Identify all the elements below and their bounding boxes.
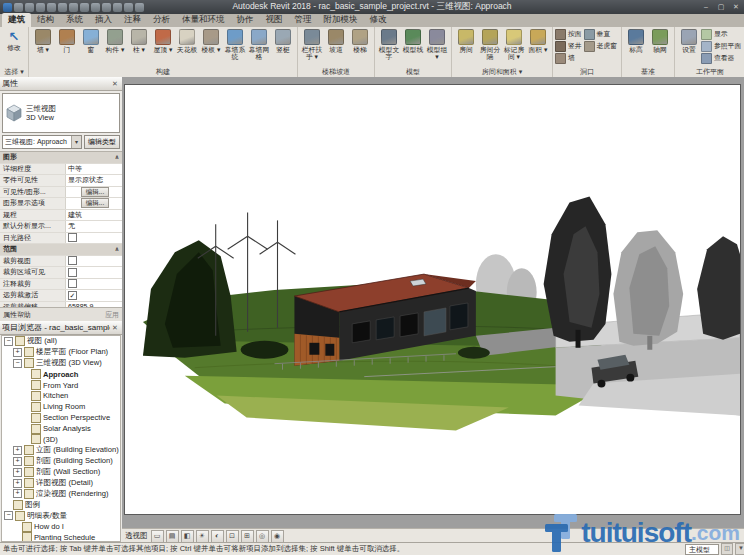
browser-item[interactable]: +详图视图 (Detail) bbox=[2, 478, 120, 489]
tab-massing-site[interactable]: 体量和环境 bbox=[176, 13, 231, 27]
tool-tag-room[interactable]: 标记房间 ▾ bbox=[502, 28, 526, 60]
property-value[interactable]: 编辑... bbox=[66, 198, 122, 209]
tool-show-workplane[interactable]: 显示 bbox=[701, 28, 741, 40]
property-value[interactable] bbox=[66, 256, 122, 267]
property-value[interactable] bbox=[66, 267, 122, 278]
property-section-header[interactable]: 范围∧ bbox=[0, 244, 122, 256]
undo-icon[interactable] bbox=[47, 3, 56, 12]
tool-component[interactable]: 构件 ▾ bbox=[103, 28, 127, 53]
property-value[interactable]: 建筑 bbox=[66, 210, 122, 221]
browser-item[interactable]: Planting Schedule bbox=[2, 532, 120, 542]
tool-room[interactable]: 房间 bbox=[454, 28, 478, 53]
app-menu-icon[interactable] bbox=[3, 3, 12, 12]
tab-view[interactable]: 视图 bbox=[260, 13, 289, 27]
property-value[interactable]: 显示原状态 bbox=[66, 175, 122, 186]
tool-curtain-grid[interactable]: 幕墙网格 bbox=[247, 28, 271, 60]
browser-item[interactable]: Solar Analysis bbox=[2, 423, 120, 434]
shadows-icon[interactable]: ◐ bbox=[211, 530, 224, 543]
tool-window[interactable]: 窗 bbox=[79, 28, 103, 53]
browser-item[interactable]: +楼层平面 (Floor Plan) bbox=[2, 347, 120, 358]
value-checkbox[interactable] bbox=[68, 233, 77, 242]
project-browser-close-icon[interactable]: ✕ bbox=[110, 324, 120, 332]
collapse-icon[interactable]: ∧ bbox=[112, 152, 122, 163]
tab-collaborate[interactable]: 协作 bbox=[231, 13, 260, 27]
tool-shaft-opening[interactable]: 竖井 bbox=[555, 40, 582, 52]
tool-grid[interactable]: 轴网 bbox=[648, 28, 672, 53]
apply-button[interactable]: 应用 bbox=[105, 310, 119, 320]
tree-expander-icon[interactable]: + bbox=[13, 457, 22, 466]
edit-value-button[interactable]: 编辑... bbox=[81, 198, 109, 208]
tool-roof[interactable]: 屋顶 ▾ bbox=[151, 28, 175, 53]
tree-expander-icon[interactable]: − bbox=[13, 359, 22, 368]
tree-expander-icon[interactable]: − bbox=[4, 337, 13, 346]
property-value[interactable] bbox=[66, 233, 122, 244]
tool-modify-cursor[interactable]: ↖修改 bbox=[2, 28, 26, 51]
property-value[interactable] bbox=[66, 279, 122, 290]
3d-view-icon[interactable] bbox=[113, 3, 122, 12]
tab-architecture[interactable]: 建筑 bbox=[2, 13, 31, 27]
tool-curtain-system[interactable]: 幕墙系统 bbox=[223, 28, 247, 60]
tab-addins[interactable]: 附加模块 bbox=[318, 13, 364, 27]
text-icon[interactable] bbox=[102, 3, 111, 12]
visual-style-icon[interactable]: ◧ bbox=[181, 530, 194, 543]
tool-railing[interactable]: 栏杆扶手 ▾ bbox=[300, 28, 324, 60]
tree-expander-icon[interactable]: − bbox=[4, 511, 13, 520]
property-value[interactable]: 无 bbox=[66, 221, 122, 232]
tool-model-line[interactable]: 模型线 bbox=[401, 28, 425, 53]
browser-item[interactable]: Approach bbox=[2, 369, 120, 380]
maximize-icon[interactable]: ▢ bbox=[715, 1, 727, 12]
tool-ceiling[interactable]: 天花板 bbox=[175, 28, 199, 53]
project-browser-header[interactable]: 项目浏览器 - rac_basic_sample_proj... ✕ bbox=[0, 321, 122, 335]
edit-type-button[interactable]: 编辑类型 bbox=[84, 135, 120, 149]
temporary-hide-icon[interactable]: ◎ bbox=[256, 530, 269, 543]
browser-item[interactable]: +剖面 (Wall Section) bbox=[2, 467, 120, 478]
tab-manage[interactable]: 管理 bbox=[289, 13, 318, 27]
value-checkbox[interactable] bbox=[68, 279, 77, 288]
tree-expander-icon[interactable]: + bbox=[13, 489, 22, 498]
browser-item[interactable]: Living Room bbox=[2, 401, 120, 412]
sun-path-icon[interactable]: ☀ bbox=[196, 530, 209, 543]
scale-icon[interactable]: ▭ bbox=[151, 530, 164, 543]
browser-item[interactable]: +剖面 (Building Section) bbox=[2, 456, 120, 467]
tool-level[interactable]: 标高 bbox=[624, 28, 648, 53]
properties-header[interactable]: 属性 ✕ bbox=[0, 77, 122, 91]
tool-wall-opening[interactable]: 墙 bbox=[555, 52, 582, 64]
tool-room-separator[interactable]: 房间分隔 bbox=[478, 28, 502, 60]
sync-icon[interactable] bbox=[36, 3, 45, 12]
tool-area[interactable]: 面积 ▾ bbox=[526, 28, 550, 53]
value-checkbox[interactable] bbox=[68, 268, 77, 277]
detail-level-icon[interactable]: ▤ bbox=[166, 530, 179, 543]
property-value[interactable]: 编辑... bbox=[66, 187, 122, 198]
properties-help-link[interactable]: 属性帮助 bbox=[3, 310, 31, 320]
tool-mullion[interactable]: 竖梃 bbox=[271, 28, 295, 53]
reveal-hidden-icon[interactable]: ◉ bbox=[271, 530, 284, 543]
show-crop-icon[interactable]: ⊞ bbox=[241, 530, 254, 543]
3d-viewport[interactable] bbox=[124, 84, 741, 515]
tool-column[interactable]: 柱 ▾ bbox=[127, 28, 151, 53]
tool-door[interactable]: 门 bbox=[55, 28, 79, 53]
tab-analyze[interactable]: 分析 bbox=[147, 13, 176, 27]
browser-item[interactable]: (3D) bbox=[2, 434, 120, 445]
browser-item[interactable]: Section Perspective bbox=[2, 412, 120, 423]
tree-expander-icon[interactable]: + bbox=[13, 468, 22, 477]
browser-item[interactable]: −明细表/数量 bbox=[2, 510, 120, 521]
crop-view-icon[interactable]: ⊡ bbox=[226, 530, 239, 543]
browser-item[interactable]: From Yard bbox=[2, 380, 120, 391]
tool-ramp[interactable]: 坡道 bbox=[324, 28, 348, 53]
tool-stair[interactable]: 楼梯 bbox=[348, 28, 372, 53]
tree-expander-icon[interactable]: + bbox=[13, 348, 22, 357]
redo-icon[interactable] bbox=[58, 3, 67, 12]
save-icon[interactable] bbox=[25, 3, 34, 12]
tree-expander-icon[interactable]: + bbox=[13, 446, 22, 455]
tool-wall[interactable]: 墙 ▾ bbox=[31, 28, 55, 53]
type-selector[interactable]: 三维视图 3D View bbox=[2, 93, 120, 133]
tool-opening-by-face[interactable]: 按面 bbox=[555, 28, 582, 40]
browser-item[interactable]: 图例 bbox=[2, 499, 120, 510]
tab-insert[interactable]: 插入 bbox=[89, 13, 118, 27]
measure-icon[interactable] bbox=[80, 3, 89, 12]
browser-item[interactable]: How do I bbox=[2, 521, 120, 532]
minimize-icon[interactable]: – bbox=[700, 1, 712, 12]
browser-item[interactable]: −三维视图 (3D View) bbox=[2, 358, 120, 369]
section-icon[interactable] bbox=[124, 3, 133, 12]
tool-vertical-opening[interactable]: 垂直 bbox=[584, 28, 617, 40]
